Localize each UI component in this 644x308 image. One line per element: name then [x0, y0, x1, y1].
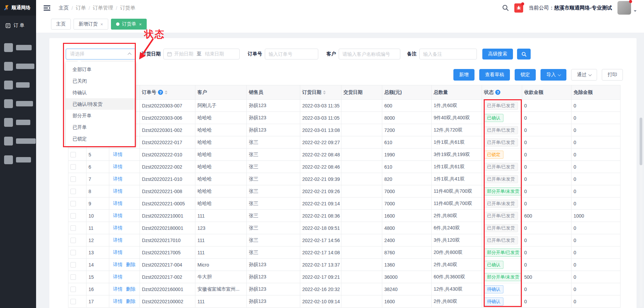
row-select-cell[interactable]	[68, 234, 86, 246]
cell-salesman: 孙膑123	[247, 271, 300, 283]
order-no-header[interactable]: 订单号 ?	[140, 85, 195, 100]
delete-link[interactable]: 删除	[126, 262, 135, 267]
dropdown-option[interactable]: 已确认/待发货	[66, 98, 136, 110]
dropdown-option[interactable]: 已锁定	[66, 133, 136, 144]
detail-link[interactable]: 详情	[113, 164, 123, 169]
row-select-cell[interactable]	[68, 161, 86, 173]
sidebar-item-placeholder[interactable]	[0, 62, 36, 71]
help-icon[interactable]: ?	[158, 90, 163, 95]
detail-link[interactable]: 详情	[113, 250, 123, 255]
row-checkbox[interactable]	[70, 225, 76, 231]
detail-link[interactable]: 详情	[113, 225, 123, 230]
sidebar-item-placeholder[interactable]	[0, 155, 36, 164]
sort-icon[interactable]	[323, 90, 326, 95]
sidebar-item-placeholder[interactable]	[0, 99, 36, 108]
view-draft-button[interactable]: 查看草稿	[479, 69, 510, 81]
row-select-cell[interactable]	[68, 295, 86, 308]
detail-link[interactable]: 详情	[113, 237, 123, 243]
row-checkbox[interactable]	[70, 250, 76, 255]
detail-link[interactable]: 详情	[113, 298, 123, 304]
detail-link[interactable]: 详情	[113, 274, 123, 279]
breadcrumb-order-mgmt[interactable]: 订单管理	[93, 5, 113, 11]
detail-link[interactable]: 详情	[113, 201, 123, 206]
delete-link[interactable]: 删除	[126, 298, 135, 304]
row-select-cell[interactable]	[68, 283, 86, 295]
delete-link[interactable]: 删除	[126, 286, 135, 292]
advanced-search-button[interactable]: 高级搜索	[482, 49, 513, 59]
search-button[interactable]	[517, 49, 531, 59]
cell-received: 0	[522, 259, 571, 271]
order-date-header[interactable]: 订货日期	[300, 85, 341, 100]
row-select-cell[interactable]	[68, 246, 86, 259]
help-icon[interactable]: ?	[495, 90, 500, 95]
pass-dropdown-button[interactable]: 通过	[571, 69, 597, 81]
dropdown-option[interactable]: 全部订单	[66, 64, 136, 75]
row-select-cell[interactable]	[68, 271, 86, 283]
row-select-cell[interactable]	[68, 259, 86, 271]
customer-input[interactable]	[342, 51, 397, 57]
date-end-placeholder[interactable]: 结束日期	[205, 51, 224, 57]
row-select-cell[interactable]	[68, 185, 86, 198]
row-checkbox[interactable]	[70, 164, 76, 170]
row-checkbox[interactable]	[70, 274, 76, 280]
row-select-cell[interactable]	[68, 198, 86, 210]
vertical-scrollbar[interactable]	[640, 118, 642, 307]
cell-salesman: 张三	[247, 185, 300, 198]
row-checkbox[interactable]	[70, 152, 76, 157]
detail-link[interactable]: 详情	[113, 152, 123, 157]
row-select-cell[interactable]	[68, 222, 86, 234]
row-checkbox[interactable]	[70, 262, 76, 268]
date-range-input[interactable]: 开始日期 至 结束日期	[163, 49, 240, 59]
row-select-cell[interactable]	[68, 149, 86, 161]
row-checkbox[interactable]	[70, 189, 76, 194]
user-menu-caret-icon[interactable]	[634, 10, 637, 12]
sidebar-item-placeholder[interactable]	[0, 118, 36, 127]
bug-report-button[interactable]	[514, 3, 523, 13]
sidebar-item-placeholder[interactable]	[0, 81, 36, 89]
dropdown-option[interactable]: 部分开单	[66, 110, 136, 121]
row-checkbox[interactable]	[70, 287, 76, 292]
breadcrumb-order[interactable]: 订单	[76, 5, 86, 11]
lock-button[interactable]: 锁定	[515, 69, 536, 81]
close-icon[interactable]: ×	[139, 22, 142, 27]
detail-link[interactable]: 详情	[113, 262, 123, 267]
row-checkbox[interactable]	[70, 238, 76, 243]
sidebar-item-placeholder[interactable]	[0, 137, 36, 146]
detail-link[interactable]: 详情	[113, 176, 123, 182]
dropdown-option[interactable]: 已关闭	[66, 75, 136, 87]
row-checkbox[interactable]	[70, 176, 76, 182]
breadcrumb-home[interactable]: 主页	[59, 5, 69, 11]
date-start-placeholder[interactable]: 开始日期	[174, 51, 193, 57]
collapse-menu-icon[interactable]	[44, 5, 50, 11]
cell-customer: 哈哈哈	[195, 185, 247, 198]
tab-new-order[interactable]: 新增订货 ×	[74, 19, 108, 30]
avatar[interactable]	[617, 1, 631, 15]
sidebar-item-placeholder[interactable]	[0, 43, 36, 52]
sidebar-item-orders[interactable]: 订 单	[0, 16, 36, 33]
dropdown-option[interactable]: 已开单	[66, 121, 136, 133]
remark-input[interactable]	[423, 51, 473, 57]
order-no-input[interactable]	[269, 51, 315, 57]
search-icon[interactable]	[502, 4, 509, 11]
row-select-cell[interactable]	[68, 210, 86, 222]
scrollbar-thumb[interactable]	[640, 118, 642, 165]
print-button[interactable]: 打印	[602, 69, 623, 81]
row-checkbox[interactable]	[70, 213, 76, 219]
row-checkbox[interactable]	[70, 299, 76, 304]
row-select-cell[interactable]	[68, 173, 86, 185]
import-dropdown-button[interactable]: 导入	[541, 69, 566, 81]
status-filter-select[interactable]: 请选择	[66, 49, 136, 59]
tab-order-list-active[interactable]: 订货单 ×	[111, 19, 147, 30]
cell-total: 2400	[382, 234, 432, 246]
detail-link[interactable]: 详情	[113, 188, 123, 194]
sort-icon[interactable]	[165, 90, 167, 95]
dropdown-option[interactable]: 待确认	[66, 87, 136, 98]
detail-link[interactable]: 详情	[113, 213, 123, 218]
breadcrumb-order-form[interactable]: 订货单	[120, 5, 135, 11]
add-button[interactable]: 新增	[453, 69, 474, 81]
detail-link[interactable]: 详情	[113, 286, 123, 292]
row-checkbox[interactable]	[70, 201, 76, 206]
close-icon[interactable]: ×	[100, 22, 103, 27]
tab-home[interactable]: 主页	[51, 19, 71, 30]
cell-delivery-date	[341, 283, 382, 295]
